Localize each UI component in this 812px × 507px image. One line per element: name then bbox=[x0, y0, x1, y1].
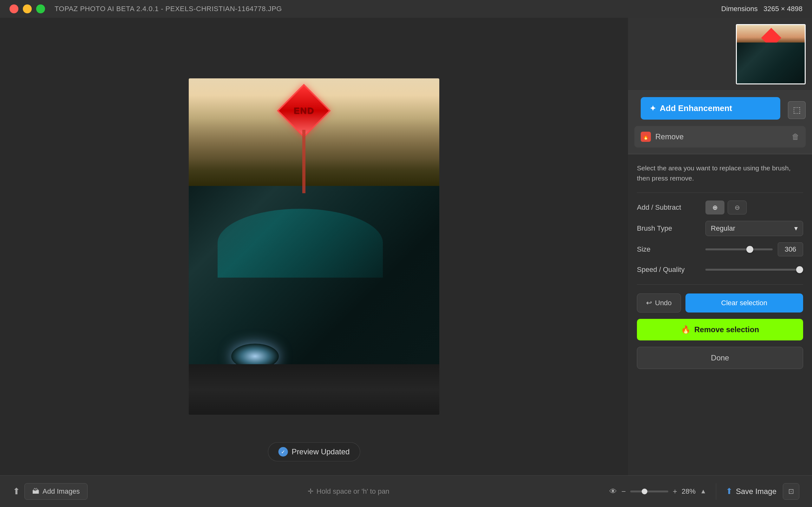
chevron-up-icon[interactable]: ▲ bbox=[700, 488, 706, 495]
undo-icon: ↩ bbox=[646, 299, 652, 307]
subtract-mode-button[interactable]: ⊖ bbox=[728, 201, 747, 215]
app-title: TOPAZ PHOTO AI BETA 2.4.0.1 - PEXELS-CHR… bbox=[55, 5, 282, 13]
save-area: ⬆ Save Image ⊡ bbox=[716, 483, 799, 500]
zoom-plus-button[interactable]: + bbox=[673, 487, 677, 496]
done-button[interactable]: Done bbox=[637, 347, 803, 369]
maximize-button[interactable] bbox=[36, 4, 45, 13]
add-subtract-label: Add / Subtract bbox=[637, 204, 700, 212]
dimensions-label: Dimensions bbox=[721, 5, 758, 13]
add-images-button[interactable]: 🏔 Add Images bbox=[24, 483, 87, 500]
brush-type-value: Regular bbox=[711, 224, 735, 233]
preview-badge: ✓ Preview Updated bbox=[268, 442, 360, 461]
bottom-bar: ⬆ 🏔 Add Images ✛ Hold space or 'h' to pa… bbox=[0, 475, 812, 507]
file-settings-button[interactable]: ⊡ bbox=[783, 483, 799, 500]
close-button[interactable] bbox=[9, 4, 18, 13]
zoom-slider[interactable] bbox=[630, 491, 668, 492]
right-panel: ··· ✦ Add Enhancement ⬚ 🔥 bbox=[628, 18, 812, 475]
clear-selection-button[interactable]: Clear selection bbox=[685, 293, 803, 313]
mountain-icon: 🏔 bbox=[33, 487, 39, 496]
speed-slider-thumb[interactable] bbox=[796, 266, 803, 273]
flame-icon: 🔥 bbox=[643, 134, 649, 140]
eye-icon[interactable]: 👁 bbox=[609, 487, 617, 496]
size-label: Size bbox=[637, 245, 700, 253]
sign-text: END bbox=[294, 106, 314, 116]
upload-icon: ⬆ bbox=[13, 486, 20, 497]
minimize-button[interactable] bbox=[23, 4, 32, 13]
size-row: Size 306 bbox=[637, 242, 803, 257]
enhancement-row: ✦ Add Enhancement ⬚ bbox=[628, 91, 812, 123]
speed-quality-row: Speed / Quality bbox=[637, 263, 803, 277]
brush-type-row: Brush Type Regular ▾ bbox=[637, 221, 803, 236]
crop-icon: ⬚ bbox=[793, 105, 801, 115]
enhance-icon: ✦ bbox=[649, 104, 656, 113]
size-slider-fill bbox=[705, 248, 750, 250]
dimensions-value: 3265 × 4898 bbox=[763, 5, 803, 13]
zoom-value-display: 28% bbox=[682, 487, 696, 496]
road-sign: END bbox=[285, 92, 323, 193]
add-images-area: ⬆ 🏔 Add Images bbox=[13, 483, 87, 500]
sign-post bbox=[302, 130, 305, 193]
add-plus-icon: ⊕ bbox=[712, 204, 718, 211]
chevron-down-icon: ▾ bbox=[794, 224, 798, 233]
remove-item-icon: 🔥 bbox=[641, 132, 651, 142]
brush-type-label: Brush Type bbox=[637, 224, 700, 233]
canvas-image: END bbox=[189, 78, 439, 415]
zoom-minus-button[interactable]: − bbox=[621, 487, 626, 496]
brush-hint-text: Select the area you want to replace usin… bbox=[637, 163, 803, 183]
dimensions-display: Dimensions 3265 × 4898 bbox=[721, 5, 803, 13]
undo-button[interactable]: ↩ Undo bbox=[637, 293, 681, 313]
remove-item-label: Remove bbox=[655, 132, 787, 141]
pan-icon: ✛ bbox=[308, 487, 313, 496]
traffic-lights bbox=[9, 4, 45, 13]
save-image-button[interactable]: ⬆ Save Image bbox=[726, 486, 776, 496]
add-enhancement-button[interactable]: ✦ Add Enhancement bbox=[641, 97, 780, 120]
remove-enhancement-item[interactable]: 🔥 Remove 🗑 bbox=[634, 126, 806, 148]
remove-sel-icon: 🔥 bbox=[681, 325, 690, 334]
trash-icon[interactable]: 🗑 bbox=[792, 132, 799, 141]
add-subtract-buttons: ⊕ ⊖ bbox=[705, 201, 803, 215]
size-slider-track bbox=[705, 248, 773, 250]
size-slider-thumb[interactable] bbox=[746, 246, 753, 253]
size-slider-container bbox=[705, 242, 773, 257]
canvas-area[interactable]: END ✓ Preview Updated bbox=[0, 18, 628, 475]
speed-slider-container bbox=[705, 263, 803, 277]
car-scene: END bbox=[189, 78, 439, 415]
pan-hint: ✛ Hold space or 'h' to pan bbox=[308, 487, 389, 496]
size-value-display: 306 bbox=[778, 242, 803, 257]
remove-sel-label: Remove selection bbox=[694, 325, 759, 334]
thumb-car bbox=[737, 43, 805, 83]
file-settings-icon: ⊡ bbox=[788, 487, 794, 496]
divider-2 bbox=[637, 284, 803, 285]
thumbnail-area: ··· bbox=[628, 18, 812, 91]
thumbnail-inner bbox=[737, 25, 805, 83]
road-surface bbox=[189, 364, 439, 415]
save-label: Save Image bbox=[736, 487, 776, 496]
main-area: END ✓ Preview Updated ··· bbox=[0, 18, 812, 475]
zoom-controls: 👁 − + 28% ▲ bbox=[609, 487, 706, 496]
zoom-slider-thumb[interactable] bbox=[642, 489, 647, 494]
brush-type-select[interactable]: Regular ▾ bbox=[705, 221, 803, 236]
save-icon: ⬆ bbox=[726, 486, 733, 496]
add-mode-button[interactable]: ⊕ bbox=[705, 201, 725, 215]
pan-hint-text: Hold space or 'h' to pan bbox=[317, 487, 389, 496]
crop-button[interactable]: ⬚ bbox=[788, 101, 806, 119]
speed-slider-fill bbox=[705, 269, 803, 271]
undo-clear-row: ↩ Undo Clear selection bbox=[637, 293, 803, 313]
titlebar: TOPAZ PHOTO AI BETA 2.4.0.1 - PEXELS-CHR… bbox=[0, 0, 812, 18]
subtract-circle-icon: ⊖ bbox=[735, 204, 740, 211]
check-icon: ✓ bbox=[278, 447, 288, 457]
undo-label: Undo bbox=[655, 299, 672, 307]
brush-panel: Select the area you want to replace usin… bbox=[628, 154, 812, 475]
speed-quality-label: Speed / Quality bbox=[637, 266, 700, 274]
preview-badge-text: Preview Updated bbox=[292, 447, 350, 456]
speed-slider-track bbox=[705, 269, 803, 271]
add-subtract-row: Add / Subtract ⊕ ⊖ bbox=[637, 201, 803, 215]
car-highlight bbox=[217, 209, 383, 277]
add-images-label: Add Images bbox=[43, 487, 80, 496]
remove-selection-button[interactable]: 🔥 Remove selection bbox=[637, 319, 803, 340]
image-thumbnail bbox=[736, 24, 806, 84]
divider-1 bbox=[637, 192, 803, 193]
add-enhancement-label: Add Enhancement bbox=[660, 103, 732, 113]
